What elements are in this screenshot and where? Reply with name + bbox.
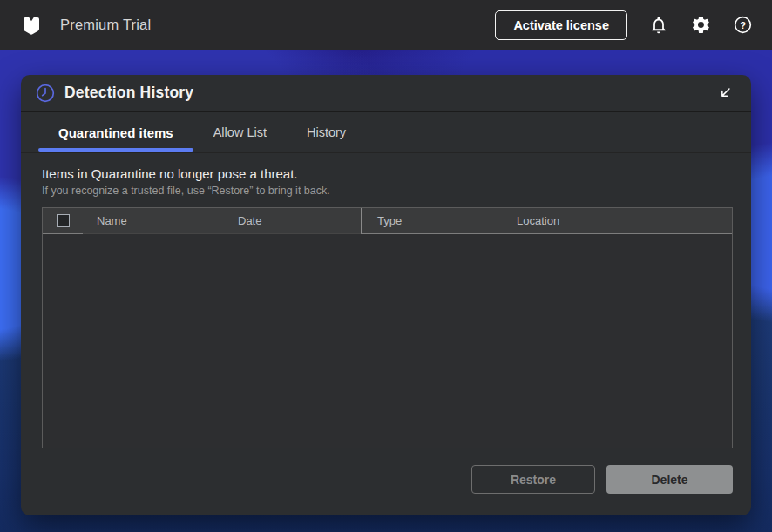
- action-buttons: Restore Delete: [21, 448, 751, 494]
- product-name: Premium Trial: [60, 17, 151, 33]
- topbar: Premium Trial Activate license ?: [0, 0, 772, 50]
- tab-label: History: [307, 125, 346, 139]
- malwarebytes-logo: [21, 15, 42, 36]
- select-all-checkbox[interactable]: [57, 214, 70, 227]
- gear-icon[interactable]: [690, 15, 711, 36]
- tab-quarantined-items[interactable]: Quarantined items: [38, 112, 193, 152]
- column-header-type: Type: [361, 208, 501, 234]
- description-subtext: If you recognize a trusted file, use “Re…: [42, 185, 730, 197]
- collapse-arrow-icon[interactable]: [714, 83, 735, 104]
- help-icon[interactable]: ?: [732, 15, 753, 36]
- quarantine-description: Items in Quarantine no longer pose a thr…: [21, 153, 751, 197]
- select-all-cell: [43, 208, 83, 234]
- detection-history-panel: Detection History Quarantined items Allo…: [21, 75, 751, 515]
- bell-icon[interactable]: [648, 15, 669, 36]
- quarantine-table: Name Date Type Location: [42, 207, 733, 448]
- panel-titlebar: Detection History: [21, 75, 751, 112]
- table-body-empty: [43, 234, 732, 448]
- tab-history[interactable]: History: [287, 112, 366, 152]
- svg-text:?: ?: [740, 20, 746, 30]
- brand: Premium Trial: [21, 15, 151, 36]
- column-header-name: Name: [83, 208, 224, 234]
- table-header-row: Name Date Type Location: [43, 208, 732, 234]
- column-header-location: Location: [501, 208, 732, 234]
- tab-label: Quarantined items: [58, 125, 173, 140]
- brand-divider: [51, 16, 51, 35]
- delete-button[interactable]: Delete: [606, 465, 733, 494]
- restore-button[interactable]: Restore: [471, 465, 595, 494]
- app-window: Premium Trial Activate license ?: [0, 0, 772, 532]
- tab-label: Allow List: [213, 125, 267, 139]
- tabs: Quarantined items Allow List History: [21, 112, 751, 153]
- column-header-date: Date: [224, 208, 361, 234]
- panel-title: Detection History: [64, 84, 193, 102]
- description-heading: Items in Quarantine no longer pose a thr…: [42, 166, 730, 181]
- tab-allow-list[interactable]: Allow List: [193, 112, 287, 152]
- topbar-actions: Activate license ?: [495, 10, 753, 40]
- clock-icon: [35, 83, 56, 104]
- activate-license-button[interactable]: Activate license: [495, 10, 627, 40]
